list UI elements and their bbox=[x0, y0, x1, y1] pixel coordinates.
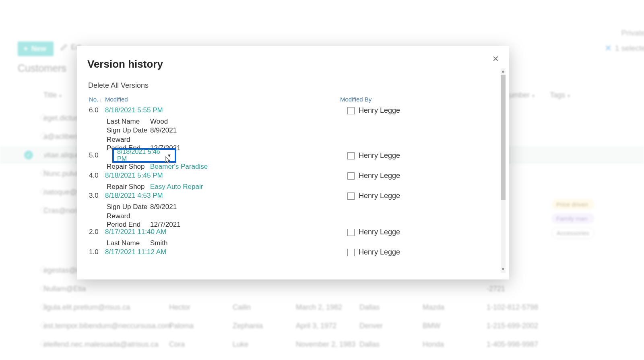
version-field: Reward Period End12/7/2021 bbox=[107, 212, 181, 229]
field-label: Sign Up Date bbox=[107, 203, 150, 211]
column-header-modified[interactable]: Modified bbox=[105, 96, 128, 103]
version-number: 4.0 bbox=[89, 172, 99, 180]
user-name: Henry Legge bbox=[359, 248, 400, 257]
field-value: 8/9/2021 bbox=[150, 126, 177, 134]
field-label: Repair Shop bbox=[107, 183, 150, 191]
version-modified-by: Henry Legge bbox=[347, 172, 400, 180]
version-number: 6.0 bbox=[89, 106, 99, 114]
field-label: Repair Shop bbox=[107, 163, 150, 171]
version-date-label: 8/18/2021 5:46 PM bbox=[117, 148, 167, 163]
field-value: Wood bbox=[150, 118, 168, 126]
version-modified-by: Henry Legge bbox=[347, 192, 400, 200]
modal-title: Version history bbox=[87, 58, 163, 70]
version-field: Repair ShopEasy Auto Repair bbox=[107, 183, 203, 191]
version-modified-by: Henry Legge bbox=[347, 151, 400, 160]
field-value: Smith bbox=[150, 239, 167, 247]
user-placeholder-icon bbox=[347, 249, 355, 256]
user-name: Henry Legge bbox=[359, 228, 400, 236]
version-modified-by: Henry Legge bbox=[347, 228, 400, 236]
modal-scrollbar[interactable]: ▴ ▾ bbox=[501, 75, 506, 267]
close-button[interactable]: ✕ bbox=[490, 53, 501, 64]
field-label: Reward Period End bbox=[107, 212, 150, 229]
version-modified-by: Henry Legge bbox=[347, 248, 400, 257]
version-date-link[interactable]: 8/18/2021 5:45 PM bbox=[105, 172, 163, 180]
version-modified-by: Henry Legge bbox=[347, 106, 400, 115]
field-value: 8/9/2021 bbox=[150, 203, 177, 211]
column-header-modified-by[interactable]: Modified By bbox=[340, 96, 372, 103]
field-value-link[interactable]: Beamer's Paradise bbox=[150, 163, 208, 171]
version-field: Sign Up Date8/9/2021 bbox=[107, 126, 177, 134]
scroll-up-icon[interactable]: ▴ bbox=[501, 68, 506, 75]
user-placeholder-icon bbox=[347, 229, 355, 236]
sort-desc-icon: ↓ bbox=[99, 97, 102, 103]
version-field: Last NameSmith bbox=[107, 239, 167, 247]
version-date-link[interactable]: 8/17/2021 11:12 AM bbox=[105, 248, 166, 256]
version-number: 2.0 bbox=[89, 228, 99, 236]
version-field: Sign Up Date8/9/2021 bbox=[107, 203, 177, 211]
column-header-no[interactable]: No.↓ bbox=[89, 96, 102, 103]
scroll-thumb[interactable] bbox=[501, 75, 506, 200]
field-label: Last Name bbox=[107, 118, 150, 126]
version-number: 3.0 bbox=[89, 192, 99, 200]
user-placeholder-icon bbox=[347, 192, 355, 200]
user-placeholder-icon bbox=[347, 152, 355, 159]
user-placeholder-icon bbox=[347, 172, 355, 180]
version-date-link[interactable]: 8/17/2021 11:40 AM bbox=[105, 228, 166, 236]
version-number: 5.0 bbox=[89, 151, 99, 159]
version-date-link[interactable]: 8/18/2021 4:53 PM bbox=[105, 192, 163, 200]
user-name: Henry Legge bbox=[359, 192, 400, 200]
user-placeholder-icon bbox=[347, 107, 355, 114]
user-name: Henry Legge bbox=[359, 151, 400, 160]
field-label: Last Name bbox=[107, 239, 150, 247]
user-name: Henry Legge bbox=[359, 172, 400, 180]
version-date-link[interactable]: 8/18/2021 5:55 PM bbox=[105, 106, 163, 114]
delete-all-versions-link[interactable]: Delete All Versions bbox=[88, 81, 149, 90]
user-name: Henry Legge bbox=[359, 106, 400, 115]
field-label: Sign Up Date bbox=[107, 126, 150, 134]
field-value-link[interactable]: Easy Auto Repair bbox=[150, 183, 203, 191]
version-history-modal: Version history ✕ Delete All Versions No… bbox=[77, 46, 509, 279]
version-number: 1.0 bbox=[89, 248, 99, 256]
scroll-down-icon[interactable]: ▾ bbox=[501, 267, 506, 273]
version-field: Last NameWood bbox=[107, 118, 168, 126]
version-field: Repair ShopBeamer's Paradise bbox=[107, 163, 208, 171]
